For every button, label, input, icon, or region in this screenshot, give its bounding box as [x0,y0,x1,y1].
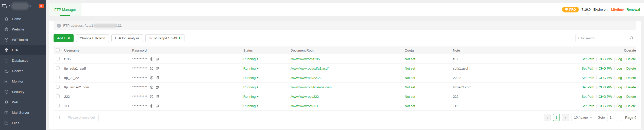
current-page-button[interactable]: 1 [553,114,560,121]
footer-select-all-checkbox[interactable] [56,116,60,119]
status-toggle[interactable]: Running [243,85,259,89]
copy-password-icon[interactable] [156,57,159,61]
sidebar-item-website[interactable]: Website [0,24,46,35]
database-icon [4,58,9,63]
delete-link[interactable]: Delete [626,57,636,61]
tab-ftp-manager[interactable]: FTP Manager [49,3,81,16]
add-ftp-button[interactable]: Add FTP [54,34,74,42]
set-path-link[interactable]: Set Path [582,57,594,61]
log-link[interactable]: Log [617,57,622,61]
show-password-icon[interactable] [150,95,154,99]
sidebar-item-monitor[interactable]: Monitor [0,76,46,87]
log-link[interactable]: Log [617,85,622,89]
server-name-prefix: 1 [9,4,11,8]
quota-link[interactable]: Not set [405,85,415,89]
next-page-button[interactable]: › [562,114,569,121]
header-right: PRO 7.19.0 Expire on: Lifetime Renewal [562,7,644,12]
log-link[interactable]: Log [617,67,622,70]
delete-link[interactable]: Delete [626,76,636,80]
prev-page-button[interactable]: ‹ [544,114,551,121]
pureftpd-button[interactable]: FTP Pureftpd 1.0.49 [145,34,184,42]
log-link[interactable]: Log [617,76,622,80]
chg-pw-link[interactable]: CHG PW [599,57,612,61]
password-mask: ********** [132,85,148,89]
sidebar-item-home[interactable]: Home [0,14,46,24]
server-info[interactable]: 1 3 0 [0,0,46,12]
chg-pw-link[interactable]: CHG PW [599,67,612,70]
status-toggle[interactable]: Running [243,76,259,80]
log-link[interactable]: Log [617,104,622,108]
sidebar-item-ftp[interactable]: FTP [0,45,46,55]
quota-link[interactable]: Not set [405,104,415,108]
chg-pw-link[interactable]: CHG PW [599,104,612,108]
delete-link[interactable]: Delete [626,85,636,89]
ftp-search-input[interactable] [578,36,630,40]
notification-badge[interactable]: 0 [39,4,44,8]
sidebar-item-databases[interactable]: Databases [0,55,46,66]
document-root-link[interactable]: /www/wwwroot/t135 [291,57,320,61]
quota-link[interactable]: Not set [405,67,415,70]
quota-link[interactable]: Not set [405,95,415,99]
status-toggle[interactable]: Running [243,57,259,61]
row-checkbox[interactable] [56,57,60,60]
sidebar-item-mail-server[interactable]: Mail Server [0,107,46,118]
delete-link[interactable]: Delete [626,95,636,99]
row-checkbox[interactable] [56,85,60,89]
sidebar-item-security[interactable]: Security [0,87,46,97]
copy-password-icon[interactable] [156,67,159,70]
renewal-link[interactable]: Renewal [626,8,640,11]
status-toggle[interactable]: Running [243,104,259,108]
row-checkbox[interactable] [56,76,60,79]
show-password-icon[interactable] [150,76,154,80]
page-size-select[interactable]: 10 / page [571,114,595,121]
copy-password-icon[interactable] [156,76,159,79]
document-root-link[interactable]: /www/wwwroot/sdfa1.asdf [291,67,329,70]
bulk-delete-button[interactable]: Please choose del [64,114,99,121]
quota-link[interactable]: Not set [405,57,415,61]
show-password-icon[interactable] [150,104,154,108]
copy-password-icon[interactable] [156,95,159,98]
copy-password-icon[interactable] [156,85,159,89]
log-link[interactable]: Log [617,95,622,99]
show-password-icon[interactable] [150,57,154,61]
set-path-link[interactable]: Set Path [582,85,594,89]
goto-page-input[interactable] [607,114,622,121]
sidebar-item-waf[interactable]: WAF [0,97,46,107]
search-icon[interactable] [630,36,634,40]
chg-pw-link[interactable]: CHG PW [599,85,612,89]
delete-link[interactable]: Delete [626,104,636,108]
document-root-link[interactable]: /www/wwwroot/222 [291,95,319,99]
note-cell: 222 [453,95,529,99]
password-mask: ********** [132,67,148,70]
note-cell: linxiao2.com [453,85,529,89]
delete-link[interactable]: Delete [626,67,636,70]
ftp-log-analysis-button[interactable]: FTP log analysis [111,34,143,42]
row-checkbox[interactable] [56,104,60,107]
change-ftp-port-button[interactable]: Change FTP Port [76,34,109,42]
running-play-icon [257,86,259,88]
sidebar-item-wp-toolkit[interactable]: W WP Toolkit [0,35,46,45]
show-password-icon[interactable] [150,85,154,89]
set-path-link[interactable]: Set Path [582,67,594,70]
row-checkbox[interactable] [56,94,60,98]
status-toggle[interactable]: Running [243,67,259,70]
row-checkbox[interactable] [56,66,60,70]
tab-bar: FTP Manager PRO 7.19.0 Expire on: Lifeti… [49,3,644,16]
document-root-link[interactable]: /www/wwwroot/111 [291,104,318,108]
set-path-link[interactable]: Set Path [582,95,594,99]
select-all-checkbox[interactable] [56,48,60,52]
set-path-link[interactable]: Set Path [582,104,594,108]
chg-pw-link[interactable]: CHG PW [599,95,612,99]
status-toggle[interactable]: Running [243,95,259,99]
sidebar-item-docker[interactable]: Docker [0,66,46,76]
password-mask: ********** [132,57,148,61]
show-password-icon[interactable] [150,67,154,70]
document-root-link[interactable]: /www/wwwroot/22.22 [291,76,321,80]
sidebar-item-files[interactable]: Files [0,118,46,128]
chg-pw-link[interactable]: CHG PW [599,76,612,80]
document-root-link[interactable]: /www/wwwroot/linxiao2.com [291,85,332,89]
pro-badge[interactable]: PRO [562,7,579,12]
copy-password-icon[interactable] [156,104,159,108]
quota-link[interactable]: Not set [405,76,415,80]
set-path-link[interactable]: Set Path [582,76,594,80]
